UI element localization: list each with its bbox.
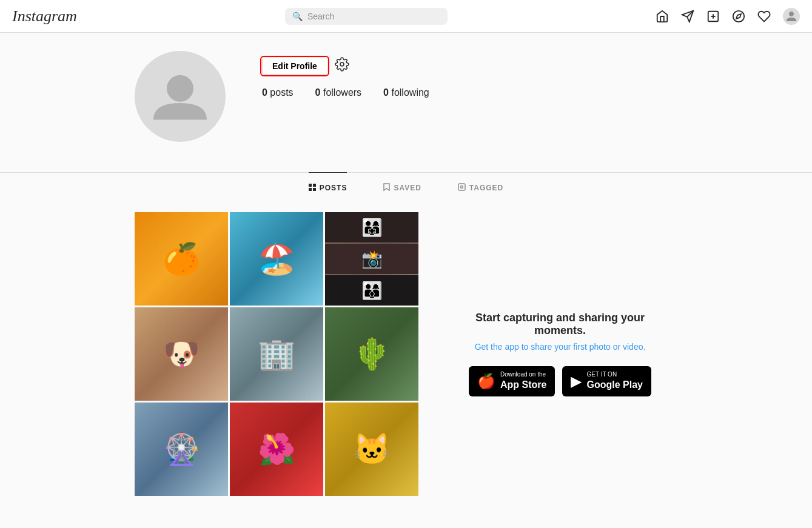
posts-label: posts — [270, 87, 293, 98]
svg-point-8 — [340, 62, 344, 66]
grid-item-8[interactable] — [230, 403, 323, 496]
grid-item-5[interactable] — [230, 307, 323, 401]
posts-count: 0 — [262, 87, 267, 98]
tag-icon — [458, 183, 466, 193]
followers-count: 0 — [315, 87, 321, 98]
explore-icon[interactable] — [732, 10, 745, 23]
svg-marker-6 — [736, 14, 741, 19]
svg-rect-13 — [458, 184, 465, 190]
followers-stat[interactable]: 0 followers — [315, 87, 362, 98]
tabs-container: POSTS SAVED TAGGED — [122, 173, 690, 202]
google-play-icon: ▶ — [571, 373, 582, 390]
add-post-icon[interactable] — [706, 10, 720, 23]
send-icon[interactable] — [681, 10, 694, 23]
grid-item-9[interactable] — [325, 403, 418, 496]
grid-icon — [309, 183, 316, 193]
strip-row-1: 👨‍👩‍👧 — [325, 212, 418, 242]
header-nav — [656, 8, 800, 25]
grid-item-2[interactable] — [230, 212, 323, 306]
profile-avatar[interactable] — [135, 51, 226, 142]
app-store-small: Download on the — [500, 371, 546, 378]
profile-actions: Edit Profile — [262, 57, 677, 75]
profile-avatar-wrap — [135, 51, 226, 142]
profile-stats: 0 posts 0 followers 0 following — [262, 87, 677, 98]
promo-section: Start capturing and sharing your moments… — [443, 212, 677, 496]
posts-stat[interactable]: 0 posts — [262, 87, 294, 98]
instagram-logo[interactable]: Instagram — [12, 7, 77, 25]
grid-item-3[interactable]: 👨‍👩‍👧 📸 👨‍👩‍👦 — [325, 212, 418, 306]
tab-tagged-label: TAGGED — [469, 184, 503, 192]
google-play-text: GET IT ON Google Play — [586, 371, 642, 392]
settings-icon[interactable] — [335, 57, 349, 75]
strip-row-3: 👨‍👩‍👦 — [325, 275, 418, 306]
grid-item-6[interactable] — [325, 307, 418, 401]
photo-grid: 👨‍👩‍👧 📸 👨‍👩‍👦 — [135, 212, 418, 496]
search-icon: 🔍 — [292, 12, 303, 21]
apple-icon: 🍎 — [477, 373, 495, 390]
following-label: following — [391, 87, 429, 98]
main-content: 👨‍👩‍👧 📸 👨‍👩‍👦 Start capturing and sharin… — [122, 202, 690, 506]
app-store-text: Download on the App Store — [500, 371, 546, 392]
bookmark-icon — [383, 183, 390, 193]
app-store-large: App Store — [500, 378, 546, 392]
profile-info: Edit Profile 0 posts 0 followers — [262, 51, 677, 98]
svg-point-5 — [733, 10, 744, 21]
google-play-small: GET IT ON — [586, 371, 642, 378]
strip-row-2: 📸 — [325, 244, 418, 274]
profile-section: Edit Profile 0 posts 0 followers — [122, 33, 690, 154]
user-avatar[interactable] — [783, 8, 800, 25]
app-buttons: 🍎 Download on the App Store ▶ GET IT ON … — [469, 366, 651, 396]
tab-saved[interactable]: SAVED — [383, 173, 421, 202]
google-play-large: Google Play — [586, 378, 642, 392]
svg-rect-9 — [309, 184, 312, 187]
search-container: 🔍 — [285, 8, 448, 25]
svg-rect-11 — [309, 188, 312, 191]
header: Instagram 🔍 — [0, 0, 812, 33]
home-icon[interactable] — [656, 10, 669, 23]
svg-point-7 — [167, 75, 193, 102]
tabs: POSTS SAVED TAGGED — [135, 173, 677, 202]
following-count: 0 — [383, 87, 389, 98]
promo-subtitle: Get the app to share your first photo or… — [475, 342, 646, 352]
followers-label: followers — [323, 87, 361, 98]
tab-tagged[interactable]: TAGGED — [458, 173, 503, 202]
tab-saved-label: SAVED — [394, 184, 421, 192]
grid-item-4[interactable] — [135, 307, 228, 401]
profile-top: Edit Profile 0 posts 0 followers — [135, 51, 677, 142]
svg-point-14 — [460, 186, 463, 189]
tab-posts[interactable]: POSTS — [309, 172, 347, 202]
tab-posts-label: POSTS — [320, 184, 347, 192]
google-play-button[interactable]: ▶ GET IT ON Google Play — [562, 366, 651, 396]
edit-profile-button[interactable]: Edit Profile — [262, 58, 327, 75]
svg-rect-12 — [313, 188, 316, 191]
search-box: 🔍 — [285, 8, 448, 25]
promo-title: Start capturing and sharing your moments… — [455, 312, 665, 337]
grid-item-7[interactable] — [135, 403, 228, 496]
svg-rect-10 — [313, 184, 316, 187]
app-store-button[interactable]: 🍎 Download on the App Store — [469, 366, 555, 396]
grid-item-1[interactable] — [135, 212, 228, 306]
following-stat[interactable]: 0 following — [383, 87, 429, 98]
search-input[interactable] — [307, 12, 440, 21]
heart-icon[interactable] — [757, 10, 771, 23]
